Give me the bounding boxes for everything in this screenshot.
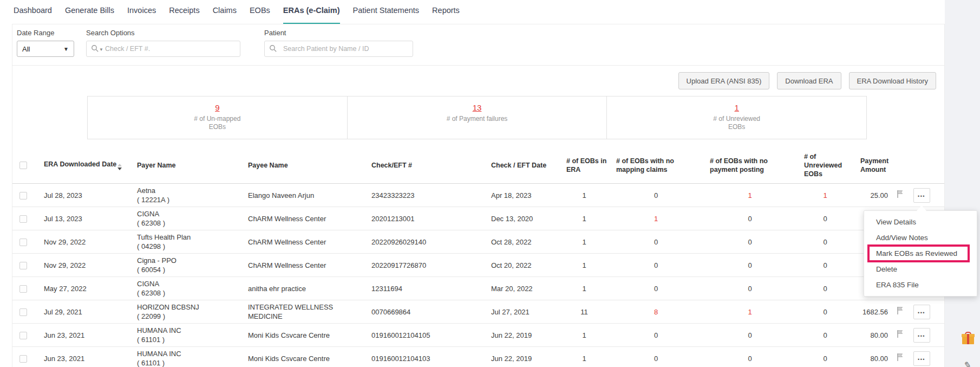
tab-receipts[interactable]: Receipts	[169, 6, 199, 24]
row-actions-button[interactable]: •••	[913, 188, 930, 203]
unreviewed-value: 0	[797, 331, 853, 340]
no-mapping-value: 0	[609, 284, 703, 293]
flag-icon[interactable]	[897, 330, 904, 338]
payer-name-text: Aetna	[137, 186, 241, 195]
payer-code: ( 04298 )	[137, 242, 241, 251]
flag-icon[interactable]	[897, 353, 904, 362]
row-checkbox[interactable]	[19, 262, 27, 269]
stat-of-unreviewed-eobs: 1# of Unreviewed EOBs	[607, 96, 866, 139]
row-select-cell	[12, 307, 37, 317]
payer-name: HUMANA INC( 61101 )	[130, 349, 241, 367]
row-checkbox[interactable]	[19, 215, 27, 223]
row-select-cell	[12, 214, 37, 223]
check-eft-date: Mar 20, 2022	[484, 284, 559, 293]
row-actions-button[interactable]: •••	[913, 328, 930, 343]
table-row: Jul 29, 2021HORIZON BCBSNJ( 22099 )INTEG…	[12, 300, 944, 324]
payer-name: CIGNA( 62308 )	[130, 209, 241, 228]
row-actions-button[interactable]: •••	[913, 351, 930, 366]
gift-icon[interactable]	[962, 332, 975, 345]
eobs-in-era-value: 1	[559, 214, 609, 223]
menu-item-era-835-file[interactable]: ERA 835 File	[864, 277, 977, 293]
payer-name-text: Tufts Health Plan	[137, 233, 241, 242]
tab-eras-e-claim[interactable]: ERAs (e-Claim)	[283, 6, 340, 24]
tab-claims[interactable]: Claims	[213, 6, 237, 24]
era-download-history-button[interactable]: ERA Download History	[849, 72, 937, 89]
search-type-caret-icon[interactable]: ▼	[99, 47, 103, 52]
row-actions-button[interactable]: •••	[913, 305, 930, 319]
check-eft-number: 20201213001	[364, 214, 484, 223]
eobs-in-era-value: 1	[559, 331, 609, 340]
no-posting-value: 0	[703, 331, 797, 340]
column-label: # of Unreviewed EOBs	[804, 153, 842, 178]
row-checkbox[interactable]	[19, 355, 27, 363]
stat-count-link[interactable]: 9	[215, 103, 219, 112]
no-posting-value: 0	[703, 284, 797, 293]
no-posting-value: 0	[703, 237, 797, 247]
row-checkbox[interactable]	[19, 332, 27, 339]
stat-of-un-mapped-eobs: 9# of Un-mapped EOBs	[88, 96, 348, 139]
search-icon	[91, 44, 99, 53]
tab-generate-bills[interactable]: Generate Bills	[65, 6, 114, 24]
column-label: # of EOBs with no payment posting	[710, 157, 768, 173]
search-options-label: Search Options	[86, 29, 240, 37]
search-options-group: Search Options ▼	[86, 29, 240, 65]
date-range-label: Date Range	[17, 29, 74, 37]
pencil-icon[interactable]: ✎	[963, 359, 972, 367]
date-range-select[interactable]: All ▼	[17, 41, 74, 57]
row-select-cell	[12, 331, 37, 340]
era-panel: Date Range All ▼ Search Options ▼ Patien…	[12, 24, 945, 367]
table-body: Jul 28, 2023Aetna( 12221A )Elango Naveen…	[12, 184, 944, 367]
payer-code: ( 22099 )	[137, 312, 241, 321]
row-checkbox[interactable]	[19, 239, 27, 246]
payer-name: CIGNA( 62308 )	[130, 279, 241, 298]
patient-label: Patient	[264, 29, 413, 37]
payee-name: ChARM Wellness Center	[241, 261, 364, 270]
stat-count-link[interactable]: 13	[473, 103, 482, 112]
tab-eobs[interactable]: EOBs	[250, 6, 270, 24]
column-header-amount: Payment Amount	[853, 157, 891, 174]
row-checkbox[interactable]	[19, 285, 27, 293]
menu-item-mark-eobs-as-reviewed[interactable]: Mark EOBs as Reviewed	[864, 246, 977, 261]
tab-reports[interactable]: Reports	[432, 6, 460, 24]
table-row: Nov 29, 2022Cigna - PPO( 60054 )ChARM We…	[12, 254, 944, 277]
eobs-in-era-value: 1	[559, 261, 609, 270]
no-posting-value: 0	[703, 354, 797, 363]
patient-search-input[interactable]	[264, 41, 413, 57]
context-menu: View DetailsAdd/View NotesMark EOBs as R…	[864, 210, 977, 297]
check-eft-number: 12311694	[364, 284, 484, 293]
tab-invoices[interactable]: Invoices	[127, 6, 156, 24]
check-eft-search-input[interactable]	[86, 41, 240, 57]
right-side-panel	[945, 0, 980, 367]
top-nav: DashboardGenerate BillsInvoicesReceiptsC…	[0, 0, 945, 24]
select-all-checkbox[interactable]	[19, 162, 27, 169]
date-range-value: All	[22, 45, 30, 53]
download-era-button[interactable]: Download ERA	[777, 72, 841, 89]
menu-item-delete[interactable]: Delete	[864, 261, 977, 277]
tab-patient-statements[interactable]: Patient Statements	[353, 6, 420, 24]
row-checkbox[interactable]	[19, 308, 27, 316]
menu-item-view-details[interactable]: View Details	[864, 214, 977, 230]
unreviewed-value: 0	[797, 237, 853, 247]
column-header-payer: Payer Name	[130, 161, 241, 170]
no-mapping-value: 1	[609, 214, 703, 223]
menu-item-add-view-notes[interactable]: Add/View Notes	[864, 230, 977, 246]
column-header-date: ERA Downloaded Date	[37, 160, 130, 170]
row-checkbox[interactable]	[19, 192, 27, 199]
stat-count-link[interactable]: 1	[735, 103, 739, 112]
no-posting-value: 0	[703, 261, 797, 270]
flag-icon[interactable]	[897, 306, 904, 315]
payer-code: ( 62308 )	[137, 218, 241, 228]
upload-era-button[interactable]: Upload ERA (ANSI 835)	[678, 72, 770, 89]
no-mapping-value: 0	[609, 261, 703, 270]
tab-dashboard[interactable]: Dashboard	[14, 6, 52, 24]
flag-icon[interactable]	[897, 190, 904, 198]
flag-cell	[891, 330, 909, 340]
table-row: Jul 13, 2023CIGNA( 62308 )ChARM Wellness…	[12, 207, 944, 230]
stat-label: # of Unreviewed EOBs	[704, 115, 769, 131]
search-icon	[269, 44, 277, 53]
check-eft-date: Oct 28, 2022	[484, 237, 559, 247]
select-all-cell	[12, 161, 37, 170]
sort-control[interactable]	[117, 164, 122, 170]
flag-cell	[891, 306, 909, 317]
row-select-cell	[12, 237, 37, 247]
